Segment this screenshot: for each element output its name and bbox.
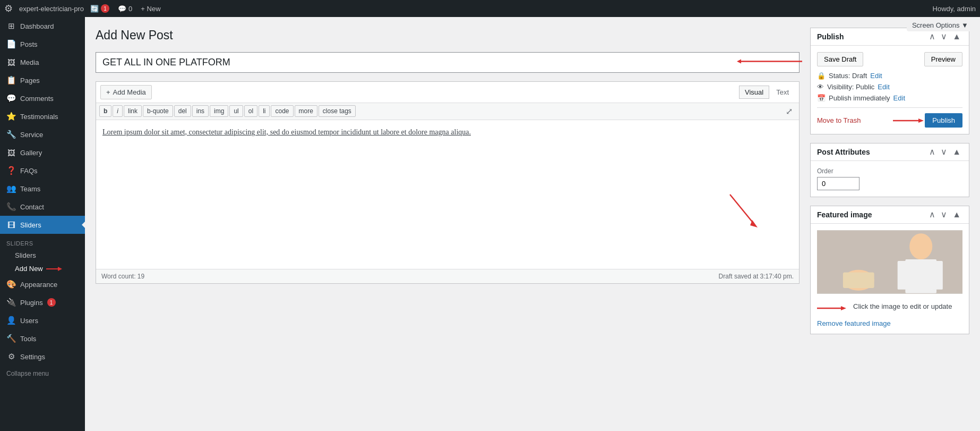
format-ins[interactable]: ins — [192, 105, 209, 117]
sidebar-item-gallery[interactable]: 🖼 Gallery — [0, 143, 85, 162]
publish-toggle-down[interactable]: ∨ — [939, 32, 949, 41]
sidebar-item-settings[interactable]: ⚙ Settings — [0, 348, 85, 366]
sidebar-item-faqs[interactable]: ❓ FAQs — [0, 162, 85, 180]
fullscreen-button[interactable]: ⤢ — [783, 105, 796, 117]
media-icon: 🖼 — [6, 57, 16, 67]
sidebar-item-tools[interactable]: 🔨 Tools — [0, 329, 85, 348]
testimonials-icon: ⭐ — [6, 112, 16, 121]
settings-icon: ⚙ — [6, 352, 16, 361]
sidebar-item-comments[interactable]: 💬 Comments — [0, 89, 85, 107]
text-mode-button[interactable]: Text — [770, 86, 795, 99]
svg-rect-12 — [931, 261, 943, 290]
add-media-button[interactable]: + Add Media — [100, 85, 152, 99]
new-button[interactable]: + New — [141, 5, 160, 13]
sidebar-label-teams: Teams — [20, 185, 40, 193]
attributes-collapse[interactable]: ▲ — [951, 148, 962, 156]
format-img[interactable]: img — [210, 105, 228, 117]
comments-item[interactable]: 💬 0 — [118, 5, 132, 13]
format-close-tags[interactable]: close tags — [319, 105, 356, 117]
sidebar-item-pages[interactable]: 📋 Pages — [0, 71, 85, 89]
sidebar-item-plugins[interactable]: 🔌 Plugins 1 — [0, 293, 85, 311]
featured-toggle-up[interactable]: ∧ — [927, 210, 937, 219]
sidebar-label-posts: Posts — [20, 40, 38, 48]
post-attributes-body: Order — [811, 161, 969, 197]
sidebar-item-sliders[interactable]: 🎞 Sliders — [0, 216, 85, 234]
sidebar-item-contact[interactable]: 📞 Contact — [0, 198, 85, 216]
format-ul[interactable]: ul — [229, 105, 243, 117]
status-icon: 🔒 — [817, 72, 826, 80]
sidebar-label-dashboard: Dashboard — [20, 22, 54, 30]
editor-content[interactable]: Lorem ipsum dolor sit amet, consectetur … — [96, 120, 799, 269]
format-ol[interactable]: ol — [244, 105, 257, 117]
save-draft-button[interactable]: Save Draft — [817, 52, 863, 66]
status-edit-link[interactable]: Edit — [870, 72, 882, 80]
sidebar-item-media[interactable]: 🖼 Media — [0, 53, 85, 71]
sidebar-item-service[interactable]: 🔧 Service — [0, 125, 85, 143]
format-link[interactable]: link — [124, 105, 142, 117]
svg-marker-16 — [841, 306, 846, 310]
appearance-icon: 🎨 — [6, 280, 16, 289]
move-to-trash-link[interactable]: Move to Trash — [817, 116, 861, 124]
sidebar-item-users[interactable]: 👤 Users — [0, 311, 85, 329]
post-title-input[interactable] — [96, 52, 800, 73]
publish-panel-title: Publish — [817, 32, 844, 41]
featured-toggle-down[interactable]: ∨ — [939, 210, 949, 219]
sidebar-item-testimonials[interactable]: ⭐ Testimonials — [0, 107, 85, 125]
submenu-sliders-all[interactable]: Sliders — [0, 249, 85, 262]
visibility-edit-link[interactable]: Edit — [878, 83, 889, 91]
format-del[interactable]: del — [174, 105, 191, 117]
sidebar-label-users: Users — [20, 317, 38, 325]
publish-panel: Publish ∧ ∨ ▲ Save Draft Preview 🔒 Statu… — [810, 28, 969, 134]
post-attributes-header[interactable]: Post Attributes ∧ ∨ ▲ — [811, 143, 969, 161]
word-count: Word count: 19 — [101, 273, 144, 280]
featured-image-header[interactable]: Featured image ∧ ∨ ▲ — [811, 206, 969, 224]
faqs-icon: ❓ — [6, 166, 16, 175]
post-attributes-panel: Post Attributes ∧ ∨ ▲ Order — [810, 143, 969, 197]
sidebar-item-posts[interactable]: 📄 Posts — [0, 35, 85, 53]
featured-image-container[interactable] — [817, 230, 962, 294]
format-more[interactable]: more — [295, 105, 317, 117]
sidebar-label-faqs: FAQs — [20, 167, 38, 175]
attributes-toggle-up[interactable]: ∧ — [927, 148, 937, 156]
submenu-add-new[interactable]: Add New — [0, 262, 85, 275]
publish-button[interactable]: Publish — [925, 113, 962, 128]
collapse-label: Collapse menu — [6, 370, 49, 377]
updates-item[interactable]: 🔄 1 — [90, 4, 109, 13]
visibility-text: Visibility: Public — [827, 83, 874, 91]
format-bquote[interactable]: b-quote — [143, 105, 173, 117]
featured-image-arrow-icon — [817, 300, 849, 316]
submenu-sliders-all-label: Sliders — [15, 251, 36, 259]
publish-collapse[interactable]: ▲ — [951, 32, 962, 41]
page-title: Add New Post — [96, 28, 800, 44]
editor-mode-buttons: Visual Text — [739, 86, 795, 99]
post-attributes-controls: ∧ ∨ ▲ — [927, 148, 962, 156]
featured-collapse[interactable]: ▲ — [951, 210, 962, 219]
sidebar-item-teams[interactable]: 👥 Teams — [0, 180, 85, 198]
visual-mode-button[interactable]: Visual — [739, 86, 769, 99]
svg-point-9 — [909, 233, 932, 259]
format-italic[interactable]: i — [113, 105, 123, 117]
add-new-arrow-icon — [46, 266, 62, 272]
admin-bar: ⚙ expert-electrician-pro 🔄 1 💬 0 + New H… — [0, 0, 980, 17]
submenu-add-new-label: Add New — [15, 265, 43, 273]
sidebar-label-pages: Pages — [20, 77, 40, 84]
publish-when-edit-link[interactable]: Edit — [893, 94, 905, 102]
attributes-toggle-down[interactable]: ∨ — [939, 148, 949, 156]
format-bold[interactable]: b — [99, 105, 111, 117]
collapse-menu[interactable]: Collapse menu — [0, 366, 85, 382]
remove-featured-image-link[interactable]: Remove featured image — [817, 319, 962, 327]
sidebar-label-gallery: Gallery — [20, 149, 42, 157]
publish-toggle-up[interactable]: ∧ — [927, 32, 937, 41]
sidebar-item-appearance[interactable]: 🎨 Appearance — [0, 275, 85, 293]
sidebar-item-dashboard[interactable]: ⊞ Dashboard — [0, 17, 85, 35]
post-title-wrap — [96, 52, 800, 73]
format-li[interactable]: li — [259, 105, 270, 117]
order-input[interactable] — [817, 177, 859, 190]
howdy-text: Howdy, admin — [933, 5, 976, 13]
preview-button[interactable]: Preview — [924, 52, 962, 66]
screen-options-button[interactable]: Screen Options ▼ — [907, 19, 974, 31]
publish-when-icon: 📅 — [817, 94, 826, 102]
format-code[interactable]: code — [271, 105, 293, 117]
sidebar: ⊞ Dashboard 📄 Posts 🖼 Media 📋 Pages 💬 Co… — [0, 17, 85, 431]
featured-image-title: Featured image — [817, 210, 872, 219]
